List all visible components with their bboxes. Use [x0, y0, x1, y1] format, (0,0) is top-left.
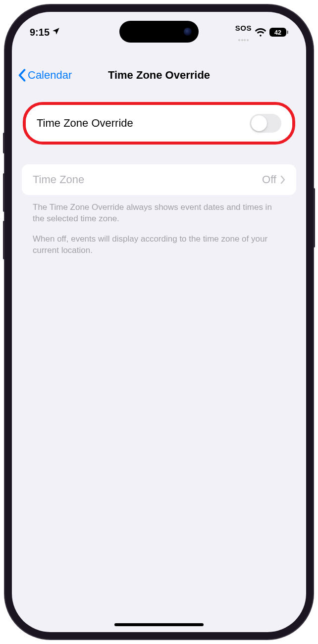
navigation-bar: Calendar Time Zone Override — [12, 61, 306, 89]
time-zone-override-toggle[interactable] — [250, 114, 281, 133]
footer-paragraph-2: When off, events will display according … — [33, 234, 285, 256]
phone-frame: 9:15 SOS — [5, 5, 313, 639]
toggle-knob — [251, 115, 267, 131]
front-camera — [184, 28, 192, 36]
back-button[interactable]: Calendar — [18, 69, 72, 82]
time-zone-group: Time Zone Off — [22, 164, 296, 195]
time-zone-row[interactable]: Time Zone Off — [22, 164, 296, 195]
status-time: 9:15 — [30, 27, 50, 38]
location-arrow-icon — [52, 27, 60, 38]
wifi-icon — [255, 27, 266, 37]
chevron-left-icon — [18, 69, 26, 82]
home-indicator[interactable] — [114, 623, 204, 626]
time-zone-override-row[interactable]: Time Zone Override — [26, 105, 292, 142]
svg-rect-1 — [287, 31, 288, 34]
screen: 9:15 SOS — [12, 12, 306, 632]
highlight-annotation: Time Zone Override — [23, 102, 295, 145]
volume-up-button — [3, 173, 5, 212]
battery-icon: 42 — [269, 28, 288, 37]
cell-status: SOS — [235, 24, 252, 41]
side-button — [3, 133, 5, 153]
override-label: Time Zone Override — [37, 117, 133, 130]
dynamic-island — [119, 21, 199, 43]
time-zone-value: Off — [262, 173, 276, 186]
power-button — [313, 188, 315, 248]
back-label: Calendar — [28, 69, 72, 82]
cell-signal-dots-icon — [238, 39, 249, 41]
content-area: Time Zone Override Time Zone Off — [12, 97, 306, 632]
chevron-right-icon — [280, 175, 285, 184]
sos-label: SOS — [235, 24, 252, 32]
time-zone-label: Time Zone — [33, 173, 84, 186]
footer-description: The Time Zone Override always shows even… — [22, 195, 296, 256]
override-group: Time Zone Override — [26, 105, 292, 142]
footer-paragraph-1: The Time Zone Override always shows even… — [33, 202, 285, 225]
battery-level: 42 — [274, 29, 281, 36]
page-title: Time Zone Override — [108, 69, 210, 82]
volume-down-button — [3, 221, 5, 259]
